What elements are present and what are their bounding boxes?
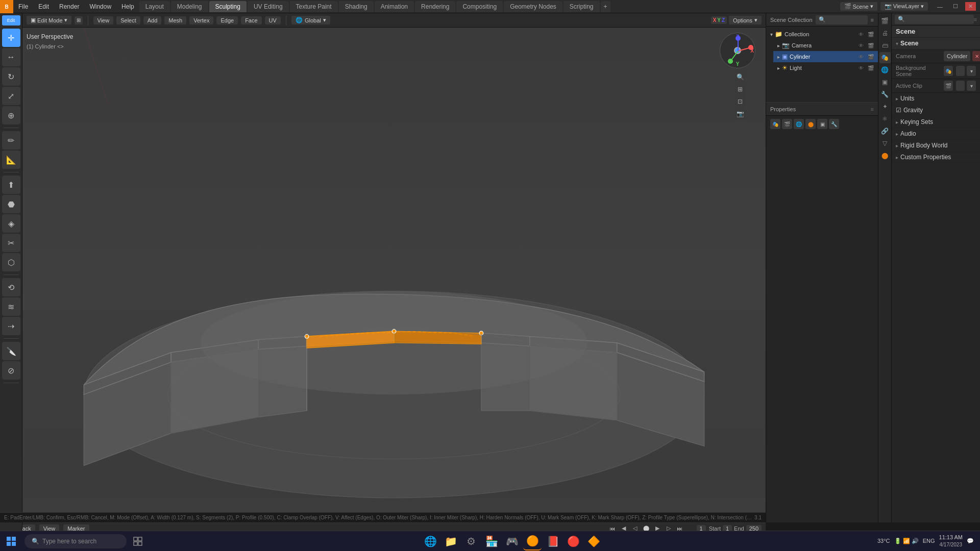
outliner-search[interactable]: 🔍 (816, 15, 868, 24)
tab-add[interactable]: + (601, 1, 610, 12)
tab-sculpting[interactable]: Sculpting (209, 1, 247, 12)
ortho-toggle-btn[interactable]: ⊡ (734, 96, 746, 107)
scene-subsection-header[interactable]: ▾ Scene (892, 38, 980, 49)
light-visibility[interactable]: 👁 (859, 65, 864, 71)
close-button[interactable]: ✕ (965, 2, 976, 11)
taskbar-app-8[interactable]: 🔴 (564, 532, 582, 550)
maximize-button[interactable]: ☐ (950, 2, 961, 11)
vertex-menu[interactable]: Vertex (189, 16, 213, 24)
camera-clear-button[interactable]: ✕ (972, 51, 980, 61)
viewport-header-icon[interactable]: ⊞ (75, 16, 83, 24)
outliner-scene-icon[interactable]: 🎭 (770, 119, 780, 129)
outliner-item-cylinder[interactable]: ▸ ▣ Cylinder 👁 🎬 (773, 51, 878, 62)
camera-render[interactable]: 🎬 (868, 43, 874, 48)
outliner-world-icon[interactable]: 🌐 (794, 119, 804, 129)
gravity-checkbox[interactable]: ☑ (896, 107, 901, 114)
bisect-tool[interactable]: ⊘ (2, 361, 20, 380)
minimize-button[interactable]: — (934, 3, 946, 11)
taskbar-search[interactable]: 🔍 Type here to search (24, 534, 127, 548)
active-clip-icon[interactable]: 🎬 (944, 81, 953, 91)
outliner-object-icon2[interactable]: ▣ (817, 119, 827, 129)
tab-rendering[interactable]: Rendering (415, 1, 455, 12)
inset-tool[interactable]: ⬣ (2, 195, 20, 213)
bevel-tool[interactable]: ◈ (2, 214, 20, 233)
task-view-button[interactable] (129, 532, 147, 550)
3d-viewport[interactable]: User Perspective (1) Cylinder <> X Y Z (22, 28, 766, 522)
outliner-item-scene-collection[interactable]: ▾ 📁 Collection 👁 🎬 (766, 29, 878, 40)
loop-cut-tool[interactable]: ✂ (2, 234, 20, 252)
scale-tool[interactable]: ⤢ (2, 87, 20, 105)
camera-view-btn[interactable]: 📷 (734, 108, 746, 119)
outliner-lower-filter[interactable]: ≡ (871, 106, 874, 112)
taskbar-explorer[interactable]: 📁 (442, 532, 460, 550)
gizmo-circle[interactable]: X Y Z (720, 33, 755, 68)
scene-selector[interactable]: 🎬 Scene ▾ (840, 2, 877, 11)
transform-orientation[interactable]: 🌐 Global ▾ (291, 16, 330, 24)
tab-animation[interactable]: Animation (375, 1, 414, 12)
rigid-body-world-section-header[interactable]: ▸ Rigid Body World (892, 140, 980, 152)
view-menu[interactable]: View (93, 16, 114, 24)
edge-menu[interactable]: Edge (216, 16, 238, 24)
zoom-in-btn[interactable]: 🔍 (734, 71, 746, 83)
gravity-section-header[interactable]: ☑ Gravity (892, 105, 980, 116)
prop-modifier-icon[interactable]: 🔧 (879, 89, 891, 100)
outliner-modifier-icon2[interactable]: 🔧 (829, 119, 839, 129)
collection-visibility[interactable]: 👁 (859, 32, 864, 37)
outliner-material-icon[interactable]: ⬤ (805, 119, 816, 129)
xyz-toggle[interactable]: X Y Z (711, 16, 727, 24)
knife-tool[interactable]: 🔪 (2, 342, 20, 360)
outliner-item-light[interactable]: ▸ ☀ Light 👁 🎬 (773, 62, 878, 73)
prop-scene-icon[interactable]: 🎭 (879, 52, 891, 63)
mode-indicator[interactable]: Edit (2, 15, 20, 26)
camera-visibility[interactable]: 👁 (859, 43, 864, 48)
menu-render[interactable]: Render (54, 0, 84, 13)
menu-help[interactable]: Help (116, 0, 139, 13)
camera-field-value[interactable]: Cylinder (944, 51, 970, 61)
blender-logo[interactable]: B (0, 0, 13, 13)
tab-layout[interactable]: Layout (139, 1, 170, 12)
tab-scripting[interactable]: Scripting (564, 1, 600, 12)
annotate-tool[interactable]: ✏ (2, 131, 20, 149)
taskbar-store[interactable]: 🏪 (482, 532, 501, 550)
cursor-tool[interactable]: ✛ (2, 29, 20, 47)
taskbar-edge[interactable]: 🌐 (421, 532, 439, 550)
prop-world-icon[interactable]: 🌐 (879, 64, 891, 76)
spin-tool[interactable]: ⟲ (2, 278, 20, 296)
measure-tool[interactable]: 📐 (2, 151, 20, 169)
outliner-filter[interactable]: ≡ (871, 17, 874, 23)
zoom-fit-btn[interactable]: ⊞ (734, 84, 746, 95)
prop-object-icon[interactable]: ▣ (879, 77, 891, 88)
prop-view-layer-icon[interactable]: 🗃 (879, 40, 891, 51)
taskbar-steam[interactable]: 🎮 (503, 532, 521, 550)
add-menu[interactable]: Add (143, 16, 162, 24)
audio-section-header[interactable]: ▸ Audio (892, 128, 980, 140)
background-scene-value[interactable] (956, 66, 965, 76)
prop-render-icon[interactable]: 🎬 (879, 15, 891, 27)
transform-tool[interactable]: ⊕ (2, 106, 20, 124)
taskbar-settings[interactable]: ⚙ (462, 532, 480, 550)
keying-sets-section-header[interactable]: ▸ Keying Sets (892, 116, 980, 128)
rotate-tool[interactable]: ↻ (2, 67, 20, 86)
outliner-item-camera[interactable]: ▸ 📷 Camera 👁 🎬 (773, 40, 878, 51)
background-scene-icon[interactable]: 🎭 (944, 66, 953, 76)
tab-texture-paint[interactable]: Texture Paint (290, 1, 338, 12)
active-clip-value[interactable] (956, 81, 965, 91)
prop-output-icon[interactable]: 🖨 (879, 28, 891, 39)
start-button[interactable] (0, 531, 22, 552)
cylinder-render[interactable]: 🎬 (868, 54, 874, 60)
prop-data-icon[interactable]: ▽ (879, 138, 891, 149)
taskbar-app-9[interactable]: 🔶 (584, 532, 603, 550)
prop-physics-icon[interactable]: ⚛ (879, 113, 891, 124)
light-render[interactable]: 🎬 (868, 65, 874, 71)
menu-window[interactable]: Window (84, 0, 116, 13)
select-menu[interactable]: Select (116, 16, 140, 24)
taskbar-app-7[interactable]: 📕 (544, 532, 562, 550)
face-menu[interactable]: Face (241, 16, 261, 24)
outliner-render-icon[interactable]: 🎬 (782, 119, 792, 129)
viewlayer-selector[interactable]: 📷 ViewLayer ▾ (880, 2, 928, 11)
prop-particles-icon[interactable]: ✦ (879, 101, 891, 112)
smooth-tool[interactable]: ≋ (2, 297, 20, 316)
taskbar-blender[interactable]: 🟠 (523, 532, 542, 550)
active-clip-browse[interactable]: ▾ (967, 81, 976, 91)
menu-file[interactable]: File (13, 0, 33, 13)
